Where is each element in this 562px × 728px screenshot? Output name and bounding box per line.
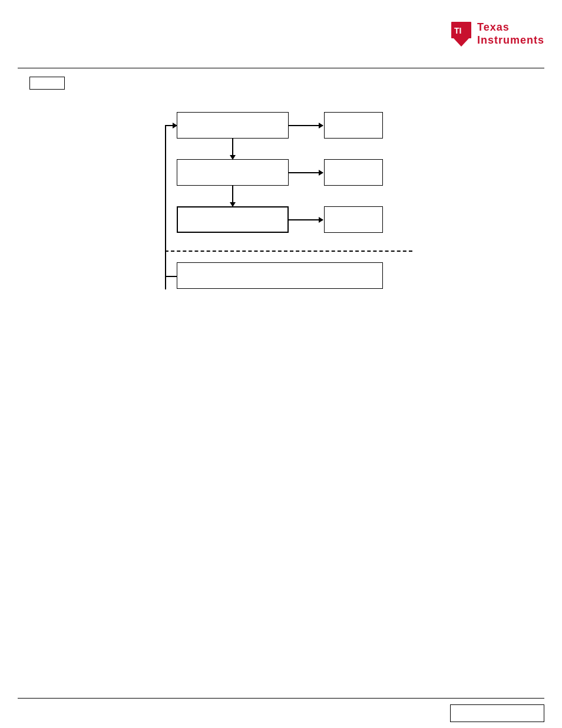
bottom-right-label-box	[450, 704, 544, 722]
diagram-right-block-1	[324, 112, 383, 139]
diagram-block-2	[177, 159, 289, 186]
svg-text:TI: TI	[454, 26, 461, 35]
brand-name-texas: Texas	[477, 21, 544, 34]
brand-name-instruments: Instruments	[477, 34, 544, 47]
arrow-h-3	[289, 219, 323, 220]
ti-logo: TI Texas Instruments	[450, 21, 544, 47]
arrow-v-1	[232, 139, 233, 159]
svg-marker-1	[454, 38, 469, 47]
header: TI Texas Instruments	[0, 0, 562, 68]
dashed-separator	[165, 251, 412, 252]
block-diagram	[165, 109, 412, 268]
diagram-wide-block	[177, 262, 383, 289]
top-divider	[18, 68, 544, 68]
ti-logo-icon: TI	[450, 21, 472, 47]
diagram-right-block-3	[324, 206, 383, 233]
arrow-h-2	[289, 172, 323, 173]
diagram-block-3	[177, 206, 289, 233]
arrow-h-1	[289, 125, 323, 126]
bottom-divider	[18, 698, 544, 699]
arrow-v-2	[232, 186, 233, 206]
left-vertical-connector	[165, 125, 166, 289]
page-label-box	[29, 77, 65, 90]
ti-logo-text: Texas Instruments	[477, 21, 544, 47]
diagram-block-1	[177, 112, 289, 139]
entry-arrow	[165, 125, 177, 126]
bottom-horizontal-connector	[165, 276, 178, 277]
diagram-right-block-2	[324, 159, 383, 186]
